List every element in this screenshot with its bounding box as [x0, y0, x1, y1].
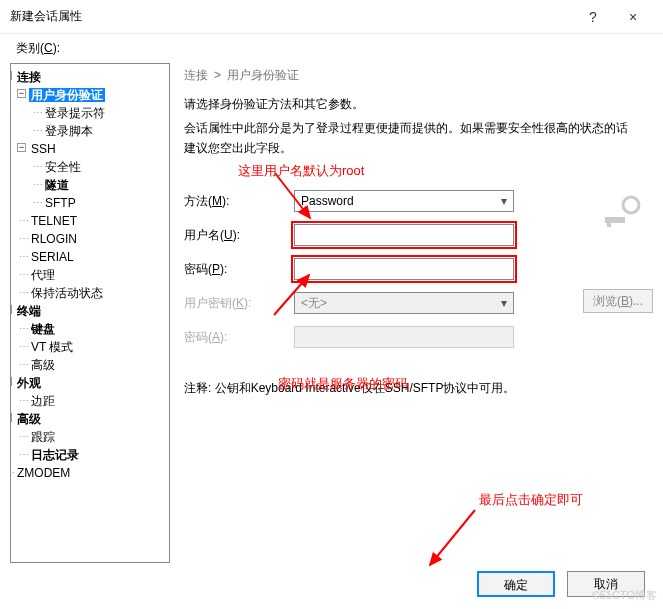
watermark: ©51CTO博客: [592, 588, 657, 603]
tree-advanced[interactable]: 高级: [15, 412, 43, 426]
password-input[interactable]: [294, 258, 514, 280]
browse-button: 浏览(B)...: [583, 289, 653, 313]
note-text: 注释: 公钥和Keyboard Interactive仅在SSH/SFTP协议中…: [184, 380, 639, 397]
svg-rect-1: [605, 217, 625, 223]
tree-keepalive[interactable]: 保持活动状态: [29, 286, 105, 300]
close-icon[interactable]: ×: [613, 9, 653, 25]
tree-tunnel[interactable]: 隧道: [43, 178, 71, 192]
tree-terminal-adv[interactable]: 高级: [29, 358, 57, 372]
tree-ssh[interactable]: SSH: [29, 142, 58, 156]
tree-proxy[interactable]: 代理: [29, 268, 57, 282]
tree-margin[interactable]: 边距: [29, 394, 57, 408]
collapse-icon[interactable]: −: [10, 413, 12, 422]
username-label: 用户名(U):: [184, 227, 294, 244]
method-select[interactable]: Password: [294, 190, 514, 212]
tree-terminal[interactable]: 终端: [15, 304, 43, 318]
tree-serial[interactable]: SERIAL: [29, 250, 76, 264]
tree-login-script[interactable]: 登录脚本: [43, 124, 95, 138]
passphrase-input: [294, 326, 514, 348]
tree-telnet[interactable]: TELNET: [29, 214, 79, 228]
collapse-icon[interactable]: −: [10, 71, 12, 80]
tree-keyboard[interactable]: 键盘: [29, 322, 57, 336]
username-input[interactable]: [294, 224, 514, 246]
collapse-icon[interactable]: −: [17, 143, 26, 152]
collapse-icon[interactable]: −: [10, 377, 12, 386]
annotation-password: 密码就是服务器的密码: [278, 375, 408, 393]
desc-line1: 请选择身份验证方法和其它参数。: [184, 94, 639, 114]
help-icon[interactable]: ?: [573, 9, 613, 25]
annotation-username: 这里用户名默认为root: [238, 162, 639, 180]
category-tree[interactable]: −连接 −用户身份验证 ⋯登录提示符 ⋯登录脚本 −SSH ⋯安全性 ⋯隧道 ⋯…: [10, 63, 170, 563]
tree-trace[interactable]: 跟踪: [29, 430, 57, 444]
svg-point-0: [623, 197, 639, 213]
breadcrumb: 连接>用户身份验证: [184, 63, 639, 94]
collapse-icon[interactable]: −: [17, 89, 26, 98]
tree-rlogin[interactable]: RLOGIN: [29, 232, 79, 246]
ok-button[interactable]: 确定: [477, 571, 555, 597]
tree-log[interactable]: 日志记录: [29, 448, 81, 462]
tree-zmodem[interactable]: ZMODEM: [15, 466, 72, 480]
tree-security[interactable]: 安全性: [43, 160, 83, 174]
svg-rect-2: [607, 223, 611, 227]
key-icon: [603, 193, 643, 229]
window-title: 新建会话属性: [10, 8, 573, 25]
passphrase-label: 密码(A):: [184, 329, 294, 346]
tree-connection[interactable]: 连接: [15, 70, 43, 84]
method-label: 方法(M):: [184, 193, 294, 210]
userkey-select: <无>: [294, 292, 514, 314]
desc-line2: 会话属性中此部分是为了登录过程更便捷而提供的。如果需要安全性很高的状态的话建议您…: [184, 118, 639, 158]
userkey-label: 用户密钥(K):: [184, 295, 294, 312]
tree-login-prompt[interactable]: 登录提示符: [43, 106, 107, 120]
annotation-ok: 最后点击确定即可: [479, 491, 583, 509]
category-label: 类别(C):: [0, 34, 663, 63]
tree-appearance[interactable]: 外观: [15, 376, 43, 390]
password-label: 密码(P):: [184, 261, 294, 278]
tree-user-auth[interactable]: 用户身份验证: [29, 88, 105, 102]
tree-sftp[interactable]: SFTP: [43, 196, 78, 210]
tree-vtmode[interactable]: VT 模式: [29, 340, 75, 354]
collapse-icon[interactable]: −: [10, 305, 12, 314]
